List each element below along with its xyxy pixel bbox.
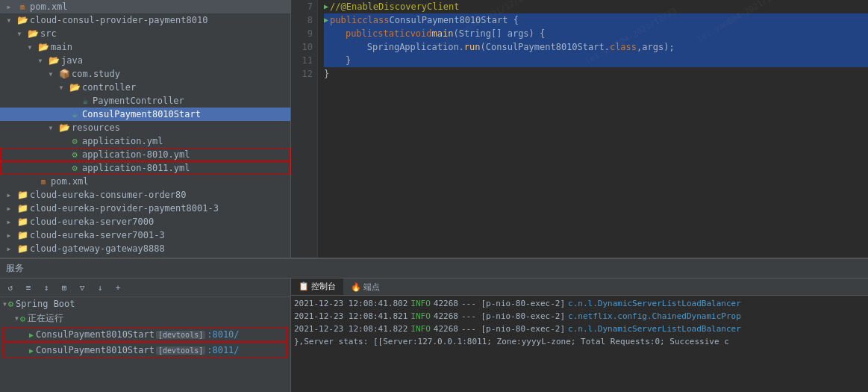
log-pid-3: 42268 [434,323,458,335]
spacer [55,162,67,174]
line-num-10: 10 [291,40,313,54]
bottom-content: ↺ ≡ ↕ ⊞ ▽ ↓ + ▼ ⚙ Spring Boot ▼ ⚙ [0,279,868,392]
arrow-right-icon: ▶ [3,229,15,241]
tree-item-cloud-consul[interactable]: ▼ 📂 cloud-consul-provider-payment8010 [0,13,290,27]
closing-brace-inner: } [324,54,351,67]
services-tree: ▼ ⚙ Spring Boot ▼ ⚙ 正在运行 ▶ ConsulPayment… [0,297,290,392]
tab-endpoints[interactable]: 🔥 端点 [343,279,387,295]
arrow-right-icon: ▶ [3,202,15,214]
run-icon-1[interactable]: ▶ [29,331,34,339]
toolbar-btn-expand[interactable]: ↕ [39,280,54,295]
tree-item-label: PaymentController [93,96,290,106]
log-thread-3: --- [p-nio-80-exec-2] [461,323,565,335]
running-icon: ⚙ [20,314,25,324]
toolbar-btn-down[interactable]: ↓ [93,280,107,295]
toolbar-btn-list[interactable]: ≡ [21,280,36,295]
console-output[interactable]: 2021-12-23 12:08:41.802 INFO 42268 --- [… [291,296,868,392]
toolbar-btn-add[interactable]: + [110,280,125,295]
kw-void: void [410,27,432,40]
arrow-down-icon: ▼ [3,14,15,26]
line-numbers: 7 8 9 10 11 12 [291,0,318,258]
tree-item-label: application.yml [82,136,290,146]
run-args: (ConsulPayment8010Start. [481,40,610,54]
main-params: (String[] args) { [453,27,545,40]
kw-class: class [362,13,389,27]
tree-item-controller[interactable]: ▼ 📂 controller [0,81,290,94]
code-content[interactable]: ▶ //@EnableDiscoveryClient ▶ public clas… [318,0,868,258]
tree-item-main[interactable]: ▼ 📂 main [0,40,290,54]
xml-file-icon: m [16,1,28,13]
tree-item-cloud-eureka-provider[interactable]: ▶ 📁 cloud-eureka-provider-payment8001-3 [0,202,290,215]
log-ts-1: 2021-12-23 12:08:41.802 [294,297,408,310]
service-running-group[interactable]: ▼ ⚙ 正在运行 [0,311,290,326]
log-thread-2: --- [p-nio-80-exec-2] [461,310,565,323]
run-gutter-icon[interactable]: ▶ [324,0,328,13]
service-spring-boot[interactable]: ▼ ⚙ Spring Boot [0,297,290,311]
services-header: 服务 [0,259,868,279]
tree-item-pom-xml[interactable]: m pom.xml [0,175,290,188]
service-label-2: ConsulPayment8010Start [36,345,154,355]
tree-item-com-study[interactable]: ▼ 📦 com.study [0,67,290,81]
toolbar-btn-grid[interactable]: ⊞ [57,280,72,295]
folder-icon: 📁 [16,189,28,201]
tree-item-label: application-8011.yml [82,163,290,173]
log-ts-3: 2021-12-23 12:08:41.822 [294,323,408,335]
tree-item-cloud-gateway[interactable]: ▶ 📁 cloud-gateway-gateway8888 [0,242,290,255]
log-class-1: c.n.l.DynamicServerListLoadBalancer [568,297,741,310]
yaml-file-icon: ⚙ [69,135,81,147]
service-item-8010[interactable]: ▶ ConsulPayment8010Start [devtools] :801… [3,327,287,342]
folder-icon: 📁 [16,229,28,241]
tree-item-label: cloud-gateway-gateway8888 [30,243,290,254]
port-1[interactable]: :8010/ [207,329,239,340]
service-item-8011[interactable]: ▶ ConsulPayment8010Start [devtools] :801… [3,343,287,358]
run-gutter-icon-2[interactable]: ▶ [324,13,328,27]
code-area[interactable]: 7 8 9 10 11 12 ▶ //@EnableDiscoveryClien… [291,0,868,258]
tree-item-label: resources [72,122,290,133]
tree-item-pom-xml-top[interactable]: ▶ m pom.xml [0,0,290,13]
toolbar-btn-refresh[interactable]: ↺ [3,280,18,295]
line-num-9: 9 [291,27,313,40]
tree-item-cloud-eureka-consumer[interactable]: ▶ 📁 cloud-eureka-consumer-order80 [0,188,290,202]
tree-item-cloud-eureka-server7000[interactable]: ▶ 📁 cloud-eureka-server7000 [0,215,290,228]
tab-console[interactable]: 📋 控制台 [291,279,343,295]
services-panel: ↺ ≡ ↕ ⊞ ▽ ↓ + ▼ ⚙ Spring Boot ▼ ⚙ [0,279,291,392]
log-level-3: INFO [410,323,431,335]
port-2[interactable]: :8011/ [207,345,239,355]
log-ts-2: 2021-12-23 12:08:41.821 [294,310,408,323]
code-line-11: } [324,54,868,67]
kw-public: public [330,13,362,27]
arrow-down-icon: ▼ [24,41,36,53]
tree-item-application-8011-yml[interactable]: ⚙ application-8011.yml [0,161,290,175]
tree-item-resources[interactable]: ▼ 📂 resources [0,121,290,134]
tree-item-application-8010-yml[interactable]: ⚙ application-8010.yml [0,148,290,161]
spring-icon: ⚙ [8,299,13,309]
xml-file-icon: m [37,175,49,187]
toolbar-btn-filter[interactable]: ▽ [75,280,90,295]
main-area: ▶ m pom.xml ▼ 📂 cloud-consul-provider-pa… [0,0,868,258]
tree-item-cloud-eureka-server7001[interactable]: ▶ 📁 cloud-eureka-server7001-3 [0,228,290,242]
service-label-1: ConsulPayment8010Start [36,329,154,340]
arrow-down-icon: ▼ [45,68,57,80]
log-class-2: c.netflix.config.ChainedDynamicProp [568,310,741,323]
tree-item-consul-payment-start[interactable]: ☕ ConsulPayment8010Start [0,108,290,121]
tree-item-application-yml[interactable]: ⚙ application.yml [0,134,290,148]
tree-item-java[interactable]: ▼ 📂 java [0,54,290,67]
yaml-file-icon: ⚙ [69,162,81,174]
bottom-panel: 服务 ↺ ≡ ↕ ⊞ ▽ ↓ + ▼ ⚙ Spring Boot [0,258,868,392]
console-icon: 📋 [299,281,309,291]
annotation-text: //@EnableDiscoveryClient [330,0,459,13]
run-icon-2[interactable]: ▶ [29,346,34,355]
folder-open-icon: 📂 [16,14,28,26]
code-line-10: SpringApplication. run (ConsulPayment801… [324,40,868,54]
kw-public-2: public [346,27,378,40]
arrow-down-service: ▼ [3,301,7,308]
code-line-7: ▶ //@EnableDiscoveryClient [324,0,868,13]
tree-item-label: com.study [72,69,290,79]
class-name-text: ConsulPayment8010Start { [390,13,519,27]
tree-item-label: pom.xml [30,1,290,12]
tree-item-payment-controller[interactable]: ☕ PaymentController [0,94,290,108]
code-editor: 7 8 9 10 11 12 ▶ //@EnableDiscoveryClien… [291,0,868,258]
spacer [55,108,67,120]
log-class-3: c.n.l.DynamicServerListLoadBalancer [568,323,741,335]
tree-item-src[interactable]: ▼ 📂 src [0,27,290,40]
